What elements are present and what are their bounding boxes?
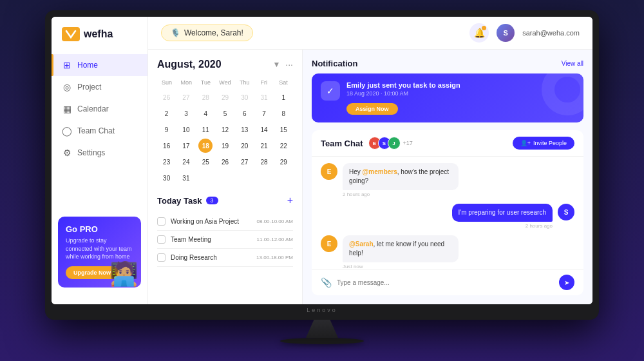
monitor-stand	[306, 320, 338, 338]
cal-day-today[interactable]: 18	[198, 139, 213, 153]
chat-avatars: E S J +17	[368, 137, 413, 150]
sidebar-item-team-chat[interactable]: ◯ Team Chat	[52, 120, 147, 142]
calendar-day-labels: Sun Mon Tue Wed Thu Fri Sat	[157, 78, 293, 87]
avatar: S	[497, 24, 515, 42]
cal-day[interactable]: 27	[238, 155, 252, 169]
cal-day[interactable]: 4	[198, 106, 213, 121]
cal-day[interactable]: 30	[238, 90, 252, 104]
cal-day[interactable]: 8	[276, 106, 290, 121]
sidebar-item-label: Home	[77, 61, 98, 70]
task-count: 3	[206, 197, 218, 204]
pro-upgrade-card: Go PRO Upgrade to stay connected with yo…	[58, 217, 141, 288]
sidebar: wefha ⊞ Home ◎ Project ▦ Calendar	[52, 17, 148, 304]
logo-icon	[62, 27, 80, 41]
cal-day[interactable]: 11	[198, 122, 213, 137]
calendar-month: August, 2020	[157, 59, 222, 70]
cal-day[interactable]: 3	[179, 106, 193, 121]
cal-day[interactable]: 26	[160, 90, 174, 104]
message-time: Just now	[343, 264, 459, 269]
chat-section: Team Chat E S J +17	[312, 130, 583, 295]
cal-day[interactable]: 14	[257, 122, 271, 137]
cal-day[interactable]: 28	[198, 90, 213, 104]
cal-day[interactable]: 13	[238, 122, 252, 137]
sidebar-item-settings[interactable]: ⚙ Settings	[52, 142, 147, 164]
monitor-base	[280, 338, 364, 344]
sidebar-item-calendar[interactable]: ▦ Calendar	[52, 98, 147, 120]
cal-day[interactable]: 24	[179, 155, 193, 169]
notification-icon: ✓	[321, 81, 340, 101]
message-bubble: @Sarah, let me know if you need help!	[343, 235, 459, 262]
cal-day[interactable]: 22	[276, 139, 290, 153]
invite-people-button[interactable]: 👤+ Invite People	[513, 137, 574, 150]
user-plus-icon: 👤+	[520, 140, 531, 146]
cal-day[interactable]: 7	[257, 106, 271, 121]
cal-day[interactable]: 12	[218, 122, 232, 137]
calendar-dropdown-icon[interactable]: ▼	[272, 60, 280, 69]
notification-section: Notification View all ✓ Emily just sent …	[312, 59, 583, 122]
project-icon: ◎	[62, 82, 72, 92]
calendar-panel: August, 2020 ▼ ··· Sun Mon T	[148, 50, 303, 304]
cal-day[interactable]: 28	[257, 155, 271, 169]
cal-day[interactable]: 21	[257, 139, 271, 153]
chat-member-avatar: J	[388, 137, 401, 150]
cal-day[interactable]: 31	[179, 171, 193, 185]
task-checkbox[interactable]	[157, 217, 166, 226]
pro-card-figure: 🧑‍💻	[109, 260, 138, 288]
sidebar-item-project[interactable]: ◎ Project	[52, 76, 147, 98]
calendar-icon: ▦	[62, 104, 72, 114]
cal-day[interactable]: 31	[257, 90, 271, 104]
welcome-text: Welcome, Sarah!	[184, 28, 243, 37]
assign-button[interactable]: Assign Now	[346, 103, 398, 115]
notification-time: 18 Aug 2020 · 10:00 AM	[346, 90, 574, 97]
task-time: 13.00-18.00 PM	[256, 255, 293, 260]
cal-day[interactable]: 5	[218, 106, 232, 121]
calendar-more[interactable]: ···	[285, 59, 293, 70]
pro-card-description: Upgrade to stay connected with your team…	[66, 237, 133, 261]
calendar-grid: Sun Mon Tue Wed Thu Fri Sat	[157, 78, 293, 186]
task-checkbox[interactable]	[157, 235, 166, 244]
cal-day[interactable]: 1	[276, 90, 290, 104]
message-bubble-sent: I'm preparing for user research	[452, 204, 553, 222]
task-checkbox[interactable]	[157, 253, 166, 262]
notification-card: ✓ Emily just sent you task to assign 18 …	[312, 73, 583, 122]
task-add-button[interactable]: +	[287, 195, 293, 206]
chat-title-group: Team Chat E S J +17	[321, 137, 413, 150]
sidebar-item-home[interactable]: ⊞ Home	[52, 54, 147, 76]
chat-message: E @Sarah, let me know if you need help! …	[321, 235, 574, 269]
view-all-link[interactable]: View all	[562, 60, 583, 67]
message-bubble-wrap: I'm preparing for user research 2 hours …	[452, 204, 553, 229]
cal-day[interactable]: 26	[218, 155, 232, 169]
cal-day[interactable]: 2	[160, 106, 174, 121]
cal-day[interactable]: 10	[179, 122, 193, 137]
cal-day[interactable]: 19	[218, 139, 232, 153]
cal-day[interactable]: 17	[179, 139, 193, 153]
sidebar-item-label: Team Chat	[77, 126, 115, 135]
notification-bell[interactable]: 🔔	[469, 23, 489, 43]
chat-message: E Hey @members, how's the project going?…	[321, 163, 574, 197]
message-bubble-wrap: Hey @members, how's the project going? 2…	[343, 163, 459, 197]
chat-input[interactable]	[337, 279, 554, 286]
send-button[interactable]: ➤	[559, 275, 574, 290]
cal-day[interactable]: 29	[218, 90, 232, 104]
monitor-brand: Lenovo	[307, 307, 337, 313]
cal-day[interactable]: 27	[179, 90, 193, 104]
cal-day[interactable]: 16	[160, 139, 174, 153]
cal-day[interactable]: 29	[276, 155, 290, 169]
chat-member-count: +17	[403, 140, 413, 146]
notification-title: Notification	[312, 59, 358, 68]
message-time: 2 hours ago	[343, 191, 459, 197]
attach-icon[interactable]: 📎	[321, 277, 332, 288]
calendar-days: 26 27 28 29 30 31 1 2 3	[157, 90, 293, 186]
cal-day[interactable]: 15	[276, 122, 290, 137]
task-header: Today Task 3 +	[157, 195, 293, 206]
cal-day[interactable]: 9	[160, 122, 174, 137]
cal-day[interactable]: 20	[238, 139, 252, 153]
cal-day[interactable]: 6	[238, 106, 252, 121]
cal-day[interactable]: 30	[160, 171, 174, 185]
home-icon: ⊞	[62, 60, 72, 70]
cal-day[interactable]: 25	[198, 155, 213, 169]
cal-day[interactable]: 23	[160, 155, 174, 169]
task-time: 08.00-10.00 AM	[257, 219, 293, 224]
task-name: Doing Research	[171, 254, 251, 261]
sidebar-item-label: Settings	[77, 148, 105, 157]
